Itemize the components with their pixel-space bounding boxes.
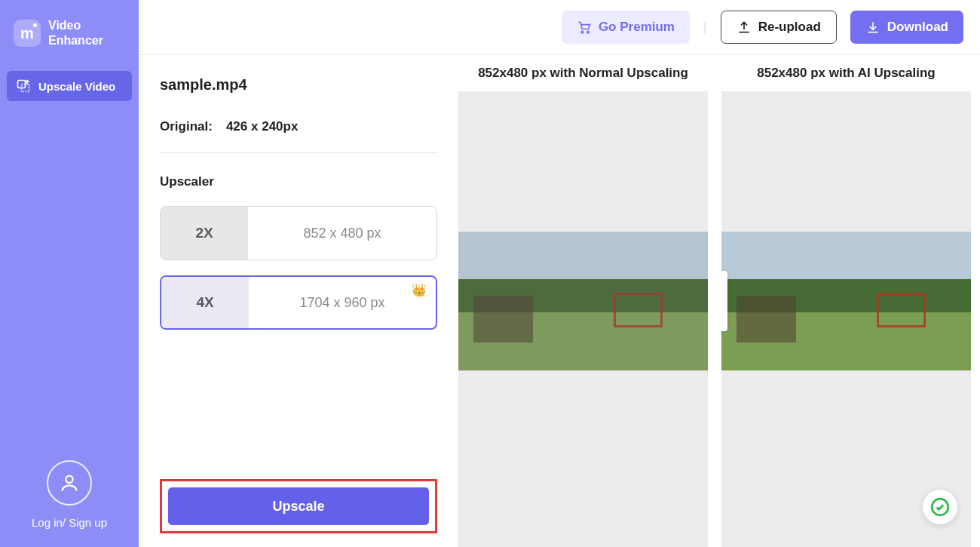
preview-area: 852x480 px with Normal Upscaling 852x480… xyxy=(458,55,980,547)
option-dims-2x: 852 x 480 px xyxy=(248,207,436,260)
upscale-option-4x[interactable]: 4X 1704 x 960 px 👑 xyxy=(160,275,437,330)
compare-slider-handle[interactable] xyxy=(721,271,727,331)
original-value: 426 x 240px xyxy=(226,119,298,134)
option-dims-4x: 1704 x 960 px xyxy=(249,277,436,328)
preview-normal-image xyxy=(458,232,708,370)
preview-ai: 852x480 px with AI Upscaling xyxy=(721,55,971,547)
app-title-line1: Video xyxy=(48,18,103,33)
upscale-option-2x[interactable]: 2X 852 x 480 px xyxy=(160,206,437,260)
upscale-icon xyxy=(16,78,31,94)
premium-label: Go Premium xyxy=(599,20,675,35)
preview-normal-title: 852x480 px with Normal Upscaling xyxy=(458,55,708,91)
download-icon xyxy=(865,20,880,35)
reupload-button[interactable]: Re-upload xyxy=(721,11,837,44)
logo-mark-icon: m xyxy=(14,20,41,47)
nav-upscale-video[interactable]: Upscale Video xyxy=(7,71,132,101)
topbar: Go Premium | Re-upload Download xyxy=(139,0,980,55)
topbar-divider: | xyxy=(703,20,707,35)
app-title: Video Enhancer xyxy=(48,18,103,48)
user-icon xyxy=(47,460,92,506)
login-label: Log in/ Sign up xyxy=(0,516,139,529)
reupload-label: Re-upload xyxy=(758,20,821,35)
original-label: Original: xyxy=(160,119,213,134)
preview-ai-title: 852x480 px with AI Upscaling xyxy=(721,55,971,91)
config-panel: sample.mp4 Original: 426 x 240px Upscale… xyxy=(139,55,458,547)
svg-point-1 xyxy=(66,476,72,483)
preview-normal: 852x480 px with Normal Upscaling xyxy=(458,55,708,547)
upscale-highlight-box: Upscale xyxy=(160,479,437,533)
go-premium-button[interactable]: Go Premium xyxy=(562,11,690,44)
svg-point-2 xyxy=(581,31,583,32)
upload-icon xyxy=(737,20,752,35)
cart-icon xyxy=(577,20,592,35)
filename: sample.mp4 xyxy=(160,76,437,94)
option-mult-4x: 4X xyxy=(161,277,249,328)
sidebar: m Video Enhancer Upscale Video Log in/ S… xyxy=(0,0,139,547)
svg-point-3 xyxy=(587,31,590,32)
nav-upscale-label: Upscale Video xyxy=(38,80,115,93)
preview-ai-image xyxy=(721,232,971,370)
upscaler-section-label: Upscaler xyxy=(160,174,437,189)
success-badge[interactable] xyxy=(923,490,957,524)
upscale-button[interactable]: Upscale xyxy=(168,487,429,525)
checkmark-icon xyxy=(930,497,950,517)
app-title-line2: Enhancer xyxy=(48,33,103,48)
crown-icon: 👑 xyxy=(412,283,427,297)
download-button[interactable]: Download xyxy=(850,11,963,44)
login-signup[interactable]: Log in/ Sign up xyxy=(0,460,139,547)
option-mult-2x: 2X xyxy=(161,207,248,260)
original-resolution: Original: 426 x 240px xyxy=(160,119,437,134)
download-label: Download xyxy=(887,20,948,35)
divider-line xyxy=(160,152,437,153)
app-logo: m Video Enhancer xyxy=(0,0,139,71)
